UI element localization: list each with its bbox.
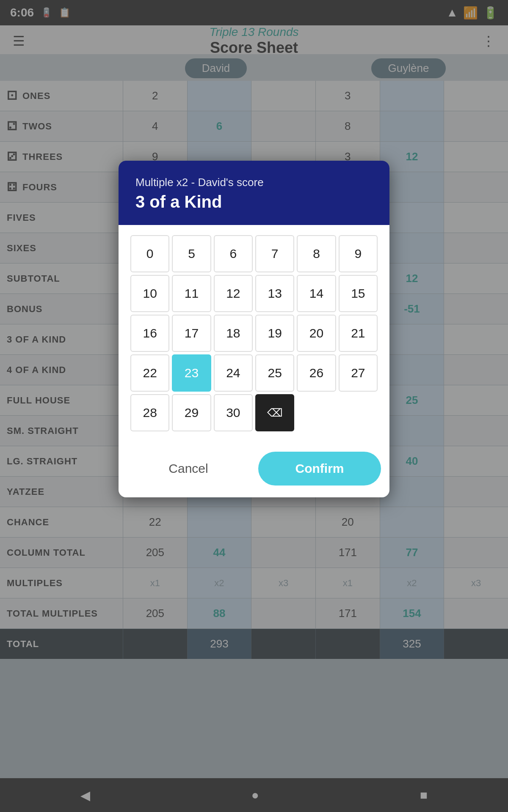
backspace-button[interactable]: ⌫ bbox=[255, 394, 294, 431]
confirm-button[interactable]: Confirm bbox=[258, 452, 381, 486]
number-button-23[interactable]: 23 bbox=[172, 354, 211, 392]
modal-title: 3 of a Kind bbox=[135, 192, 373, 211]
number-button-6[interactable]: 6 bbox=[214, 235, 253, 272]
modal-overlay: Multiple x2 - David's score 3 of a Kind … bbox=[0, 0, 508, 812]
number-button-17[interactable]: 17 bbox=[172, 315, 211, 352]
cancel-button[interactable]: Cancel bbox=[127, 452, 250, 486]
number-button-19[interactable]: 19 bbox=[255, 315, 294, 352]
number-button-13[interactable]: 13 bbox=[255, 275, 294, 312]
number-button-15[interactable]: 15 bbox=[339, 275, 378, 312]
number-button-30[interactable]: 30 bbox=[214, 394, 253, 431]
number-button-28[interactable]: 28 bbox=[130, 394, 169, 431]
number-button-24[interactable]: 24 bbox=[214, 354, 253, 392]
number-button-26[interactable]: 26 bbox=[297, 354, 336, 392]
number-button-7[interactable]: 7 bbox=[255, 235, 294, 272]
number-button-29[interactable]: 29 bbox=[172, 394, 211, 431]
number-button-25[interactable]: 25 bbox=[255, 354, 294, 392]
number-button-12[interactable]: 12 bbox=[214, 275, 253, 312]
number-grid: 0567891011121314151617181920212223242526… bbox=[130, 235, 378, 431]
number-button-0[interactable]: 0 bbox=[130, 235, 169, 272]
number-button-27[interactable]: 27 bbox=[339, 354, 378, 392]
number-button-16[interactable]: 16 bbox=[130, 315, 169, 352]
number-button-22[interactable]: 22 bbox=[130, 354, 169, 392]
number-button-11[interactable]: 11 bbox=[172, 275, 211, 312]
modal-header: Multiple x2 - David's score 3 of a Kind bbox=[119, 161, 389, 225]
number-button-9[interactable]: 9 bbox=[339, 235, 378, 272]
score-entry-modal: Multiple x2 - David's score 3 of a Kind … bbox=[119, 161, 389, 497]
modal-subtitle: Multiple x2 - David's score bbox=[135, 176, 373, 189]
number-button-14[interactable]: 14 bbox=[297, 275, 336, 312]
number-button-5[interactable]: 5 bbox=[172, 235, 211, 272]
number-button-18[interactable]: 18 bbox=[214, 315, 253, 352]
modal-actions: Cancel Confirm bbox=[119, 452, 389, 497]
modal-body: 0567891011121314151617181920212223242526… bbox=[119, 225, 389, 452]
number-button-20[interactable]: 20 bbox=[297, 315, 336, 352]
number-button-8[interactable]: 8 bbox=[297, 235, 336, 272]
number-button-21[interactable]: 21 bbox=[339, 315, 378, 352]
number-button-10[interactable]: 10 bbox=[130, 275, 169, 312]
